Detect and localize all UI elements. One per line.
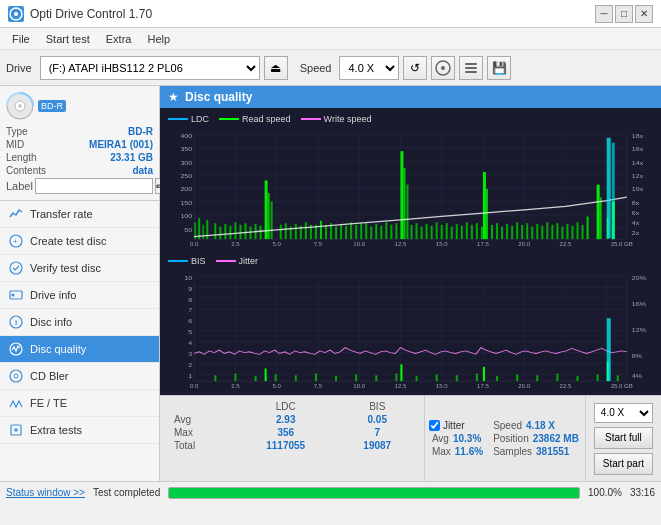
sidebar-item-disc-info[interactable]: i Disc info: [0, 309, 159, 336]
svg-text:20.0: 20.0: [518, 241, 530, 246]
title-bar-left: Opti Drive Control 1.70: [8, 6, 152, 22]
status-window-button[interactable]: Status window >>: [6, 487, 85, 498]
svg-rect-153: [561, 227, 563, 240]
svg-text:8: 8: [188, 296, 192, 302]
sidebar-item-fe-te[interactable]: FE / TE: [0, 390, 159, 417]
svg-rect-143: [511, 226, 513, 239]
settings-button[interactable]: [459, 56, 483, 80]
col-empty: [166, 400, 235, 413]
samples-val: 381551: [536, 446, 569, 457]
start-full-button[interactable]: Start full: [594, 427, 653, 449]
svg-rect-157: [582, 225, 584, 239]
disc-quality-icon: [8, 341, 24, 357]
disc-button[interactable]: [431, 56, 455, 80]
label-key: Label: [6, 180, 33, 192]
svg-text:250: 250: [180, 173, 192, 179]
svg-rect-96: [229, 226, 231, 239]
jitter-max-val: 11.6%: [455, 446, 483, 457]
disc-contents-row: Contents data: [6, 165, 153, 176]
menu-extra[interactable]: Extra: [98, 31, 140, 47]
extra-tests-icon: [8, 422, 24, 438]
legend-jitter: Jitter: [216, 256, 259, 266]
samples-key-label: Samples: [493, 446, 532, 457]
disc-type-badge: BD-R: [38, 100, 66, 112]
eject-button[interactable]: ⏏: [264, 56, 288, 80]
close-button[interactable]: ✕: [635, 5, 653, 23]
svg-rect-222: [375, 375, 377, 381]
svg-rect-156: [577, 222, 579, 239]
sidebar-item-verify-test-disc[interactable]: Verify test disc: [0, 255, 159, 282]
speed-selector[interactable]: 4.0 X 1.0 X 2.0 X 6.0 X 8.0 X: [339, 56, 399, 80]
legend-ldc: LDC: [168, 114, 209, 124]
elapsed-time: 33:16: [630, 487, 655, 498]
sidebar-item-drive-info[interactable]: Drive info: [0, 282, 159, 309]
read-legend-line: [219, 118, 239, 120]
svg-rect-220: [335, 376, 337, 381]
stats-total-row: Total 1117055 19087: [166, 439, 418, 452]
disc-label-row: Label ✏: [6, 178, 153, 194]
sidebar-label-cd-bler: CD Bler: [30, 370, 69, 382]
jitter-checkbox[interactable]: [429, 420, 440, 431]
svg-rect-215: [234, 373, 236, 381]
progress-bar-container: [168, 487, 580, 499]
svg-rect-121: [385, 222, 387, 239]
chart2-container: BIS Jitter: [164, 254, 657, 392]
svg-rect-135: [466, 222, 468, 239]
disc-info-icon: i: [8, 314, 24, 330]
svg-rect-122: [390, 225, 392, 239]
svg-rect-146: [526, 223, 528, 239]
svg-rect-233: [597, 374, 599, 381]
title-bar: Opti Drive Control 1.70 ─ □ ✕: [0, 0, 661, 28]
content-area: ★ Disc quality LDC Read speed: [160, 86, 661, 481]
svg-rect-212: [483, 366, 485, 380]
svg-text:4: 4: [188, 339, 192, 345]
svg-text:6x: 6x: [632, 209, 640, 215]
sidebar-item-disc-quality[interactable]: Disc quality: [0, 336, 159, 363]
svg-text:4%: 4%: [632, 372, 642, 378]
svg-rect-219: [315, 373, 317, 381]
start-part-button[interactable]: Start part: [594, 453, 653, 475]
jitter-legend-label: Jitter: [239, 256, 259, 266]
svg-rect-158: [607, 138, 611, 239]
svg-text:17.5: 17.5: [477, 241, 489, 246]
menu-file[interactable]: File: [4, 31, 38, 47]
menu-start-test[interactable]: Start test: [38, 31, 98, 47]
menu-help[interactable]: Help: [139, 31, 178, 47]
svg-rect-119: [375, 224, 377, 239]
type-value: BD-R: [128, 126, 153, 137]
svg-text:8x: 8x: [632, 199, 640, 205]
minimize-button[interactable]: ─: [595, 5, 613, 23]
avg-label: Avg: [166, 413, 235, 426]
svg-point-14: [12, 294, 15, 297]
status-bar: Status window >> Test completed 100.0% 3…: [0, 481, 661, 503]
speed-label: Speed: [300, 62, 332, 74]
save-button[interactable]: 💾: [487, 56, 511, 80]
disc-header-left: BD-R: [6, 92, 66, 120]
stats-avg-row: Avg 2.93 0.05: [166, 413, 418, 426]
type-key: Type: [6, 126, 28, 137]
disc-panel: BD-R Type BD-R MID MEIRA1 (001) Length 2…: [0, 86, 159, 201]
jitter-header: Jitter: [429, 420, 483, 431]
sidebar-item-transfer-rate[interactable]: Transfer rate: [0, 201, 159, 228]
drive-selector[interactable]: (F:) ATAPI iHBS112 2 PL06: [40, 56, 260, 80]
fe-te-icon: [8, 395, 24, 411]
stats-max-row: Max 356 7: [166, 426, 418, 439]
svg-text:15.0: 15.0: [436, 241, 448, 246]
speed-select-small[interactable]: 4.0 X 1.0 X 2.0 X 8.0 X: [594, 403, 653, 423]
svg-text:0.0: 0.0: [190, 383, 198, 388]
sidebar-item-create-test-disc[interactable]: + Create test disc: [0, 228, 159, 255]
legend-write: Write speed: [301, 114, 372, 124]
sidebar-item-cd-bler[interactable]: CD Bler: [0, 363, 159, 390]
refresh-button[interactable]: ↺: [403, 56, 427, 80]
sidebar-item-extra-tests[interactable]: Extra tests: [0, 417, 159, 444]
sidebar-label-create-test-disc: Create test disc: [30, 235, 106, 247]
read-legend-label: Read speed: [242, 114, 291, 124]
maximize-button[interactable]: □: [615, 5, 633, 23]
menu-bar: File Start test Extra Help: [0, 28, 661, 50]
label-input[interactable]: [35, 178, 153, 194]
svg-rect-85: [406, 185, 408, 239]
mid-key: MID: [6, 139, 24, 150]
svg-rect-226: [456, 375, 458, 381]
main-area: BD-R Type BD-R MID MEIRA1 (001) Length 2…: [0, 86, 661, 481]
svg-rect-136: [471, 225, 473, 239]
